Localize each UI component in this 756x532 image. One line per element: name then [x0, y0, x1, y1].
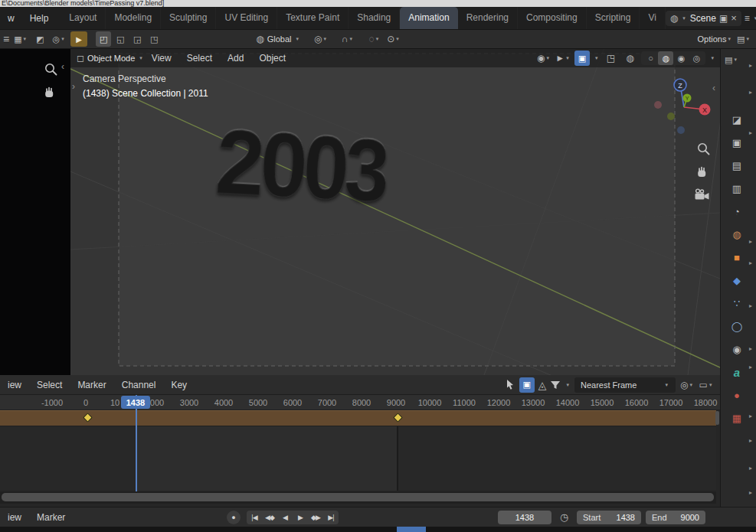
- active-tool-button[interactable]: ▶: [70, 31, 87, 47]
- current-frame-badge[interactable]: 1438: [121, 396, 150, 409]
- select-mode-extend-icon[interactable]: ◱: [113, 31, 128, 47]
- workspace-tab-scripting[interactable]: Scripting: [587, 7, 640, 29]
- workspace-tab-layout[interactable]: Layout: [61, 7, 106, 29]
- options-button[interactable]: Options ▾: [698, 31, 732, 47]
- navigation-gizmo[interactable]: Z X Y: [646, 75, 711, 136]
- tab-physics[interactable]: ◯: [727, 321, 747, 332]
- workspace-tab-vi[interactable]: Vi: [640, 7, 665, 29]
- footer-menu-iew[interactable]: iew: [0, 512, 29, 523]
- panel-expand-arrow[interactable]: ▸: [749, 239, 752, 245]
- tab-tool[interactable]: ◪: [727, 115, 747, 126]
- record-button[interactable]: ●: [227, 511, 241, 524]
- viewport-menu-view[interactable]: View: [144, 53, 179, 64]
- view-layer-icon[interactable]: ≡: [745, 14, 750, 23]
- jump-start-button[interactable]: |◀: [247, 511, 262, 524]
- falloff-select[interactable]: ▭ ▾: [699, 377, 714, 393]
- shading-material-icon[interactable]: ◉: [673, 51, 689, 65]
- dopesheet-summary-channel[interactable]: [0, 410, 716, 426]
- panel-expand-arrow[interactable]: ▸: [749, 346, 752, 352]
- panel-expand-arrow[interactable]: ▸: [749, 364, 752, 370]
- panel-expand-arrow[interactable]: ▸: [749, 63, 752, 69]
- tab-view-layer[interactable]: ▥: [727, 184, 747, 194]
- workspace-tab-shading[interactable]: Shading: [349, 7, 400, 29]
- vertical-scrollbar[interactable]: [715, 411, 719, 425]
- footer-menu-marker[interactable]: Marker: [29, 512, 73, 523]
- pan-hand-icon[interactable]: [44, 86, 55, 98]
- tab-modifiers[interactable]: ◆: [727, 276, 747, 286]
- next-keyframe-button[interactable]: ◆▶: [308, 511, 323, 524]
- shading-rendered-icon[interactable]: ◎: [689, 51, 704, 65]
- dopesheet-menu-marker[interactable]: Marker: [70, 380, 113, 390]
- zoom-icon[interactable]: [697, 142, 711, 156]
- timeline-ruler[interactable]: -100001000030004000500060007000800090001…: [0, 395, 720, 410]
- cursor-tool-icon[interactable]: ◎ ▾: [51, 31, 67, 47]
- tab-constraints[interactable]: ◉: [727, 344, 747, 355]
- collapse-region-icon[interactable]: ‹: [61, 61, 64, 72]
- snap-mode-select[interactable]: Nearest Frame ▾: [574, 377, 676, 393]
- workspace-tab-animation[interactable]: Animation: [400, 7, 457, 29]
- viewport-menu-add[interactable]: Add: [220, 53, 251, 64]
- text-object-2003[interactable]: 2003: [213, 115, 388, 214]
- select-mode-invert-icon[interactable]: ◳: [146, 31, 162, 47]
- dopesheet-editor[interactable]: iewSelectMarkerChannelKey ▣ ◬ ▾ Nearest …: [0, 375, 720, 507]
- panel-expand-arrow[interactable]: ▸: [749, 260, 752, 266]
- falloff-select[interactable]: ⊙ ▾: [386, 31, 401, 47]
- close-scene-icon[interactable]: ×: [731, 13, 737, 23]
- sync-playhead-toggle[interactable]: ▣: [519, 377, 535, 393]
- world-toggle[interactable]: ◍: [622, 51, 637, 66]
- object-visibility-icon[interactable]: ◉ ▾: [536, 51, 551, 66]
- dopesheet-menu-channel[interactable]: Channel: [114, 380, 164, 390]
- workspace-tab-uv-editing[interactable]: UV Editing: [216, 7, 277, 29]
- workspace-tab-sculpting[interactable]: Sculpting: [161, 7, 216, 29]
- camera-view-icon[interactable]: [694, 188, 710, 201]
- scene-selector[interactable]: ◍ ▾ Scene ▣ ×: [666, 11, 741, 26]
- gizmos-toggle[interactable]: ► ▾: [555, 51, 571, 66]
- panel-expand-arrow[interactable]: ▸: [749, 490, 752, 496]
- workspace-tab-compositing[interactable]: Compositing: [518, 7, 587, 29]
- expand-region-icon[interactable]: ›: [72, 81, 75, 92]
- dopesheet-menu-select[interactable]: Select: [29, 380, 70, 390]
- playhead-line[interactable]: [136, 395, 137, 491]
- play-button[interactable]: ▶: [293, 511, 308, 524]
- panel-expand-arrow[interactable]: ▸: [749, 438, 752, 444]
- properties-editor-type-icon[interactable]: ▤ ▾: [736, 31, 751, 47]
- cursor-icon[interactable]: [505, 379, 515, 390]
- shading-solid-icon[interactable]: ◍: [658, 51, 673, 65]
- dopesheet-menu-key[interactable]: Key: [163, 380, 195, 390]
- proportional-editing-toggle[interactable]: ◎ ▾: [679, 377, 695, 393]
- snapping-toggle[interactable]: ∩ ▾: [340, 31, 355, 47]
- tab-render[interactable]: ▣: [727, 138, 747, 149]
- properties-editor-type-icon[interactable]: ▤ ▾: [724, 52, 739, 67]
- transform-orientation-select[interactable]: ◍ Global ▾: [256, 31, 300, 47]
- select-mode-subtract-icon[interactable]: ◲: [129, 31, 145, 47]
- current-frame-field[interactable]: 1438: [498, 511, 551, 524]
- viewport-menu-select[interactable]: Select: [179, 53, 220, 64]
- pan-hand-icon[interactable]: [696, 165, 708, 178]
- annotate-tool-icon[interactable]: ◩: [32, 31, 47, 47]
- pivot-point-select[interactable]: ◎ ▾: [313, 31, 329, 47]
- filter-icon[interactable]: [550, 380, 561, 390]
- panel-expand-arrow[interactable]: ▸: [749, 413, 752, 419]
- tab-material[interactable]: ●: [727, 390, 747, 401]
- xray-toggle[interactable]: ◳: [603, 51, 618, 66]
- select-mode-set-icon[interactable]: ◰: [96, 31, 111, 47]
- mode-select[interactable]: ◻ Object Mode ▾: [77, 51, 144, 66]
- prev-keyframe-button[interactable]: ◀◆: [262, 511, 277, 524]
- workspace-tab-rendering[interactable]: Rendering: [458, 7, 518, 29]
- tab-object[interactable]: ■: [727, 253, 747, 263]
- tab-world[interactable]: ◍: [727, 230, 747, 240]
- editor-type-icon[interactable]: ▦ ▾: [13, 31, 28, 47]
- editor-menu-icon[interactable]: ≡: [3, 34, 9, 44]
- end-frame-field[interactable]: End 9000: [646, 511, 705, 524]
- collapse-sidebar-icon[interactable]: ‹: [712, 83, 715, 93]
- panel-expand-arrow[interactable]: ▸: [749, 303, 752, 309]
- start-frame-field[interactable]: Start 1438: [577, 511, 641, 524]
- panel-expand-arrow[interactable]: ▸: [749, 465, 752, 472]
- warning-filter-icon[interactable]: ◬: [538, 380, 547, 390]
- dopesheet-tracks[interactable]: [0, 426, 716, 490]
- shading-wireframe-icon[interactable]: ○: [643, 51, 658, 65]
- tab-scene[interactable]: ◔: [727, 207, 747, 217]
- tab-output[interactable]: ▤: [727, 161, 747, 171]
- play-reverse-button[interactable]: ◀: [277, 511, 293, 524]
- zoom-icon[interactable]: [44, 63, 58, 77]
